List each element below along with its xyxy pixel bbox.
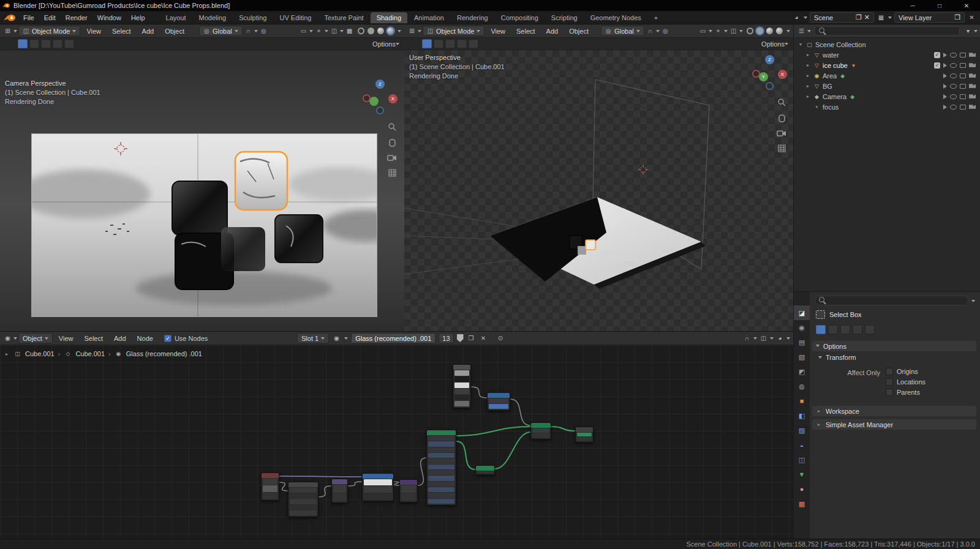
properties-tab-texture[interactable]: ▩ <box>794 496 810 511</box>
tab-layout[interactable]: Layout <box>160 12 192 23</box>
menu-add[interactable]: Add <box>109 334 131 343</box>
viewport-camera[interactable]: ⊞ ◫Object Mode View Select Add Object ◎G… <box>0 24 404 331</box>
properties-tab-modifiers[interactable]: ◧ <box>794 408 810 423</box>
tab-add-workspace[interactable]: + <box>648 12 664 23</box>
navigation-gizmo[interactable]: Z X Y <box>752 55 786 91</box>
outliner-row-scene-collection[interactable]: ▾ ▢ Scene Collection <box>794 39 980 50</box>
outliner-row-camera[interactable]: ▸ ◆ Camera ◆ <box>794 91 980 102</box>
node-header[interactable] <box>453 365 470 370</box>
hide-eye-icon[interactable] <box>950 73 957 78</box>
grid-toggle-icon[interactable] <box>388 168 397 177</box>
properties-tab-render[interactable]: ◉ <box>794 320 810 335</box>
view-layer-remove-icon[interactable]: ✕ <box>967 13 976 22</box>
viewport-user[interactable]: ⊞ ◫Object Mode View Select Add Object ◎G… <box>404 24 793 331</box>
tab-compositing[interactable]: Compositing <box>495 12 545 23</box>
outliner-row-ice-cube[interactable]: ▸ ▽ ice cube ▾ ✓ <box>794 60 980 70</box>
axis-x-negative-handle[interactable] <box>752 70 760 78</box>
properties-tab-object[interactable]: ■ <box>794 394 810 408</box>
tab-rendering[interactable]: Rendering <box>451 12 494 23</box>
menu-help[interactable]: Help <box>126 13 150 23</box>
expand-icon[interactable]: ▸ <box>805 94 811 99</box>
menu-add[interactable]: Add <box>137 26 159 36</box>
axis-x-handle[interactable]: X <box>778 70 787 79</box>
menu-object[interactable]: Object <box>564 26 594 36</box>
new-material-icon[interactable]: ❐ <box>467 334 476 343</box>
tab-sculpting[interactable]: Sculpting <box>233 12 273 23</box>
tool-variant-4[interactable] <box>853 325 862 334</box>
selectable-icon[interactable] <box>943 53 947 58</box>
render-disable-icon[interactable] <box>969 53 976 58</box>
node-header[interactable] <box>488 393 510 398</box>
shader-node-2[interactable] <box>487 392 510 411</box>
hide-eye-icon[interactable] <box>950 53 957 58</box>
shader-node-3[interactable] <box>530 422 551 439</box>
tool-select-circle-icon[interactable] <box>41 39 51 48</box>
tab-shading[interactable]: Shading <box>371 12 407 23</box>
tool-select-lasso-icon[interactable] <box>457 39 467 48</box>
properties-tab-constraints[interactable]: ◫ <box>794 452 810 467</box>
render-disable-icon[interactable] <box>969 94 976 99</box>
properties-tab-object-data[interactable]: ▼ <box>794 467 810 482</box>
tool-select-lasso-icon[interactable] <box>53 39 62 48</box>
snap-magnet-icon[interactable]: ∩ <box>646 26 655 35</box>
hide-eye-icon[interactable] <box>950 94 957 99</box>
render-disable-icon[interactable] <box>969 73 976 78</box>
properties-tab-output[interactable]: ▤ <box>794 335 810 349</box>
node-header[interactable] <box>332 479 347 484</box>
menu-view[interactable]: View <box>81 26 106 36</box>
panel-options[interactable]: Options <box>812 341 976 351</box>
shader-node-8[interactable] <box>288 482 318 517</box>
material-name-field[interactable]: Glass (recomended) .001 <box>351 333 435 343</box>
xray-toggle-icon[interactable]: ▩ <box>345 26 354 35</box>
navigation-gizmo[interactable]: Z X <box>363 80 397 115</box>
render-disable-icon[interactable] <box>969 84 976 89</box>
axis-y-handle[interactable]: Y <box>759 72 768 81</box>
hide-eye-icon[interactable] <box>950 63 957 68</box>
shading-wireframe-icon[interactable] <box>747 28 753 34</box>
viewport-disable-icon[interactable] <box>960 94 966 99</box>
parents-checkbox[interactable] <box>886 389 893 396</box>
gizmos-toggle-icon[interactable]: + <box>714 26 723 35</box>
tab-uv-editing[interactable]: UV Editing <box>273 12 317 23</box>
axis-z-handle[interactable]: Z <box>765 55 774 64</box>
axis-z-negative-handle[interactable] <box>376 106 384 114</box>
tool-variant-2[interactable] <box>828 325 838 334</box>
pin-icon[interactable]: ⊙ <box>496 334 505 343</box>
grid-toggle-icon[interactable] <box>777 144 786 153</box>
properties-tab-physics[interactable]: ◒ <box>794 438 810 452</box>
zoom-icon[interactable] <box>777 98 786 107</box>
exclude-checkbox[interactable]: ✓ <box>934 52 940 58</box>
expand-icon[interactable]: ▸ <box>805 62 811 68</box>
fake-user-shield-icon[interactable] <box>457 334 464 342</box>
node-header[interactable] <box>288 482 318 487</box>
view-layer-new-icon[interactable]: ❐ <box>954 13 960 21</box>
outliner-row-area[interactable]: ▸ ◉ Area ◆ <box>794 70 980 81</box>
properties-search-input[interactable] <box>815 296 968 305</box>
menu-select[interactable]: Select <box>79 334 108 343</box>
node-header[interactable] <box>262 473 279 478</box>
outliner-row-focus[interactable]: + focus <box>794 102 980 112</box>
hide-eye-icon[interactable] <box>950 105 957 110</box>
visibility-toggle-icon[interactable]: ▭ <box>299 26 308 35</box>
editor-type-icon[interactable]: ⊞ <box>407 26 417 35</box>
viewport-disable-icon[interactable] <box>960 63 966 68</box>
menu-file[interactable]: File <box>18 13 39 23</box>
blender-logo[interactable] <box>4 13 16 22</box>
menu-select[interactable]: Select <box>107 26 136 36</box>
viewport-disable-icon[interactable] <box>960 84 966 89</box>
shader-node-11[interactable] <box>399 479 418 502</box>
node-header[interactable] <box>476 466 494 471</box>
selectable-icon[interactable] <box>943 73 947 78</box>
tool-variant-5[interactable] <box>865 325 875 334</box>
selectable-icon[interactable] <box>943 84 947 89</box>
menu-object[interactable]: Object <box>160 26 189 36</box>
editor-type-icon[interactable]: ◉ <box>3 334 12 343</box>
snap-node-icon[interactable]: ∩ <box>742 334 752 343</box>
expand-icon[interactable]: ▸ <box>805 83 811 89</box>
properties-tab-material[interactable]: ● <box>794 482 810 496</box>
camera-view-icon[interactable] <box>387 154 397 162</box>
view-layer-selector[interactable]: View Layer ❐ <box>894 12 965 23</box>
overlays-toggle-icon[interactable]: ◫ <box>729 26 738 35</box>
tab-modeling[interactable]: Modeling <box>193 12 233 23</box>
menu-window[interactable]: Window <box>92 13 126 23</box>
